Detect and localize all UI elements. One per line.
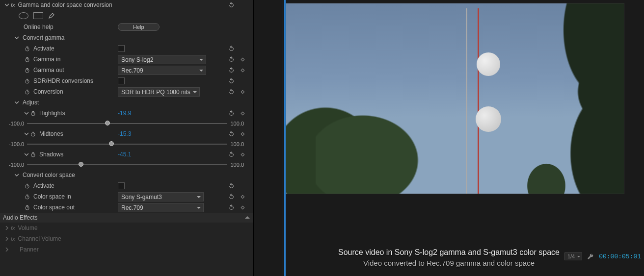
cs-in-dropdown[interactable]: Sony S-gamut3 [118,192,204,201]
convert-gamma-header[interactable]: Convert gamma [0,32,253,43]
volume-row[interactable]: fx Volume [0,223,253,233]
stopwatch-icon[interactable] [24,88,30,95]
shadows-slider-row: -100.0 100.0 [0,160,253,170]
playhead-line[interactable] [283,0,283,276]
reset-effect-icon[interactable] [228,1,235,9]
keyframe-nav-icon[interactable] [240,130,247,138]
cs-in-row: Color space in Sony S-gamut3 [0,191,253,202]
reset-icon[interactable] [228,45,235,52]
pen-mask-icon[interactable] [48,12,55,19]
svg-rect-9 [26,89,28,90]
stopwatch-icon[interactable] [24,204,30,211]
stopwatch-icon[interactable] [24,67,30,74]
keyframe-nav-icon[interactable] [240,110,247,117]
reset-icon[interactable] [228,182,235,190]
keyframe-nav-icon[interactable] [240,204,247,211]
gamma-in-label: Gamma in [33,56,60,63]
activate-label: Activate [33,45,54,52]
chevron-down-icon[interactable] [14,35,20,41]
gamma-in-row: Gamma in Sony S-log2 [0,54,253,65]
highlights-row: Highlights -19.9 [0,108,253,119]
wrench-icon[interactable] [587,253,594,260]
ellipse-mask-button[interactable] [19,12,28,19]
gamma-out-label: Gamma out [33,67,64,74]
stopwatch-icon[interactable] [29,151,36,158]
panner-row[interactable]: Panner [0,244,253,255]
reset-icon[interactable] [228,204,235,211]
highlights-value[interactable]: -19.9 [118,110,131,117]
adjust-label: Adjust [23,99,39,106]
cs-out-label: Color space out [33,204,75,211]
svg-rect-7 [26,78,28,79]
keyframe-nav-icon[interactable] [240,193,247,201]
shadows-slider[interactable] [27,160,227,169]
midtones-slider[interactable] [27,140,227,149]
reset-icon[interactable] [228,193,235,201]
chevron-right-icon[interactable] [4,225,10,231]
stopwatch-icon[interactable] [24,193,30,200]
slider-thumb[interactable] [79,162,83,167]
resolution-dropdown[interactable]: 1/4 [564,252,582,260]
shadows-value[interactable]: -45.1 [118,151,131,158]
convert-cs-header[interactable]: Convert color space [0,170,253,180]
reset-icon[interactable] [228,88,235,96]
chevron-down-icon[interactable] [24,110,29,116]
slider-min: -100.0 [9,141,24,147]
chevron-down-icon[interactable] [4,2,10,8]
midtones-slider-row: -100.0 100.0 [0,139,253,149]
stopwatch-icon[interactable] [24,45,30,52]
stopwatch-icon[interactable] [24,56,30,63]
reset-icon[interactable] [228,130,235,138]
gamma-out-dropdown[interactable]: Rec.709 [118,66,206,75]
reset-icon[interactable] [228,67,235,74]
timecode[interactable]: 00:00:05:01 [599,253,641,260]
slider-thumb[interactable] [105,121,110,125]
stopwatch-icon[interactable] [24,77,30,84]
stopwatch-icon[interactable] [29,110,36,117]
online-help-row: Online help Help [0,22,253,32]
channel-volume-row[interactable]: fx Channel Volume [0,233,253,244]
video-preview[interactable] [286,3,624,194]
chevron-down-icon[interactable] [14,100,20,105]
chevron-down-icon[interactable] [14,172,20,178]
stopwatch-icon[interactable] [24,182,30,189]
reset-icon[interactable] [228,56,235,63]
help-button[interactable]: Help [118,23,160,31]
conversion-dropdown[interactable]: SDR to HDR PQ 1000 nits [118,87,200,97]
highlights-slider[interactable] [27,119,227,128]
sdr-hdr-label: SDR/HDR conversions [33,77,93,84]
chevron-down-icon[interactable] [24,131,29,137]
stopwatch-icon[interactable] [29,130,36,137]
chevron-right-icon[interactable] [4,236,10,242]
keyframe-nav-icon[interactable] [240,151,247,158]
keyframe-nav-icon[interactable] [240,67,247,74]
rectangle-mask-button[interactable] [33,12,43,19]
cs-out-dropdown[interactable]: Rec.709 [118,203,204,212]
cs-in-label: Color space in [33,193,71,200]
reset-icon[interactable] [228,151,235,158]
effect-name: Gamma and color space conversion [18,1,112,8]
midtones-value[interactable]: -15.3 [118,130,131,137]
fx-icon: fx [11,2,15,8]
keyframe-nav-icon[interactable] [240,88,247,96]
audio-effects-header[interactable]: Audio Effects [0,213,253,223]
chevron-down-icon[interactable] [24,151,29,157]
sdr-hdr-checkbox[interactable] [118,77,125,84]
reset-icon[interactable] [228,110,235,117]
activate-gamma-checkbox[interactable] [118,45,125,52]
convert-gamma-label: Convert gamma [23,34,64,41]
svg-rect-13 [32,131,34,132]
shadows-label: Shadows [39,151,63,158]
chevron-right-icon[interactable] [4,247,10,252]
effects-panel: fx Gamma and color space conversion Onli… [0,0,253,276]
slider-max: 100.0 [230,121,244,126]
slider-thumb[interactable] [109,141,114,146]
channel-volume-label: Channel Volume [18,235,61,242]
activate-cs-checkbox[interactable] [118,182,125,189]
gamma-in-dropdown[interactable]: Sony S-log2 [118,55,206,64]
highlights-label: Highlights [39,110,65,117]
keyframe-nav-icon[interactable] [240,56,247,63]
reset-icon[interactable] [228,77,235,85]
adjust-header[interactable]: Adjust [0,97,253,108]
midtones-label: Midtones [39,130,63,137]
